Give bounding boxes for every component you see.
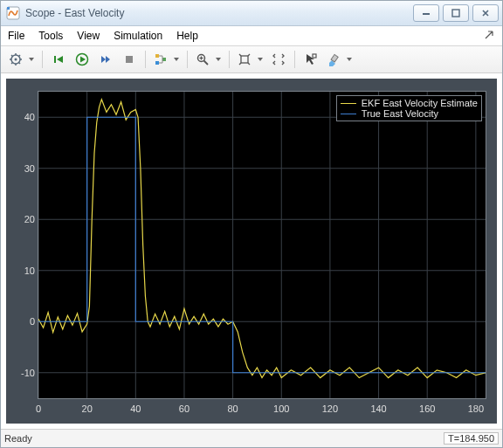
svg-marker-18	[101, 56, 106, 63]
menu-file[interactable]: File	[8, 30, 24, 42]
legend-swatch-icon	[341, 103, 356, 104]
separator	[187, 51, 188, 68]
x-tick-label: 20	[82, 403, 93, 414]
svg-marker-29	[307, 54, 314, 65]
legend-label: EKF East Velocity Estimate	[362, 98, 478, 108]
svg-rect-30	[313, 54, 316, 58]
legend-label: True East Velocity	[362, 108, 438, 119]
svg-line-13	[19, 55, 21, 57]
legend-entry-ekf: EKF East Velocity Estimate	[341, 98, 478, 108]
settings-button[interactable]	[6, 49, 37, 70]
separator	[294, 51, 295, 68]
svg-marker-17	[80, 57, 86, 63]
titlebar: Scope - East Velocity	[1, 1, 502, 26]
x-tick-label: 160	[419, 403, 435, 414]
y-tick-label: 0	[12, 316, 35, 327]
menu-help[interactable]: Help	[176, 30, 198, 42]
plot-axes[interactable]: EKF East Velocity Estimate True East Vel…	[38, 91, 486, 399]
svg-rect-2	[423, 13, 430, 15]
separator	[145, 51, 146, 68]
menu-view[interactable]: View	[77, 30, 100, 42]
svg-line-12	[11, 63, 13, 65]
toolbar	[1, 46, 502, 73]
autoscale-button[interactable]	[235, 49, 265, 70]
zoom-button[interactable]	[193, 49, 224, 70]
menubar: File Tools View Simulation Help	[1, 26, 502, 46]
svg-line-25	[204, 61, 209, 65]
separator	[229, 51, 230, 68]
svg-marker-19	[106, 56, 110, 63]
x-tick-label: 60	[179, 403, 189, 414]
maximize-button[interactable]	[443, 4, 469, 22]
status-ready: Ready	[4, 433, 32, 444]
y-tick-label: 30	[12, 163, 35, 174]
legend-entry-true: True East Velocity	[341, 108, 478, 119]
step-forward-button[interactable]	[95, 49, 116, 70]
x-tick-label: 0	[36, 403, 41, 414]
svg-rect-23	[162, 58, 166, 61]
svg-line-11	[19, 63, 21, 65]
svg-rect-21	[155, 54, 159, 58]
plot-container: EKF East Velocity Estimate True East Vel…	[1, 73, 502, 429]
svg-rect-20	[126, 56, 133, 63]
statusbar: Ready T=184.950	[1, 429, 502, 447]
x-tick-label: 80	[227, 403, 238, 414]
dock-icon[interactable]	[485, 30, 493, 42]
minimize-button[interactable]	[413, 4, 439, 22]
x-tick-label: 140	[370, 403, 386, 414]
step-back-button[interactable]	[48, 49, 69, 70]
legend[interactable]: EKF East Velocity Estimate True East Vel…	[336, 95, 482, 121]
app-icon	[6, 6, 20, 20]
x-tick-label: 180	[468, 403, 484, 414]
svg-line-10	[11, 55, 13, 57]
svg-rect-14	[54, 56, 56, 63]
highlight-button[interactable]	[324, 49, 355, 70]
cursor-measure-button[interactable]	[300, 49, 321, 70]
svg-marker-15	[57, 56, 63, 63]
y-tick-label: -10	[12, 368, 35, 378]
scope-window: Scope - East Velocity File Tools View Si…	[0, 0, 503, 448]
window-title: Scope - East Velocity	[25, 7, 410, 19]
menu-tools[interactable]: Tools	[38, 30, 63, 42]
restore-axes-button[interactable]	[268, 49, 289, 70]
x-tick-label: 120	[322, 403, 338, 414]
plot-outer: EKF East Velocity Estimate True East Vel…	[6, 79, 497, 424]
separator	[42, 51, 43, 68]
menu-simulation[interactable]: Simulation	[114, 30, 162, 42]
x-tick-label: 100	[273, 403, 289, 414]
y-tick-label: 40	[12, 112, 35, 122]
run-button[interactable]	[72, 49, 93, 70]
close-button[interactable]	[472, 4, 499, 22]
svg-rect-1	[7, 7, 10, 10]
y-tick-label: 10	[12, 265, 35, 276]
y-tick-label: 20	[12, 214, 35, 224]
legend-swatch-icon	[341, 114, 356, 114]
status-time: T=184.950	[444, 432, 499, 445]
triggers-button[interactable]	[151, 49, 182, 70]
x-tick-label: 40	[130, 403, 141, 414]
svg-rect-3	[452, 10, 459, 17]
svg-rect-22	[155, 61, 159, 65]
svg-point-5	[15, 59, 17, 61]
svg-rect-28	[241, 56, 248, 63]
stop-button[interactable]	[119, 49, 140, 70]
plot-canvas	[38, 92, 486, 398]
